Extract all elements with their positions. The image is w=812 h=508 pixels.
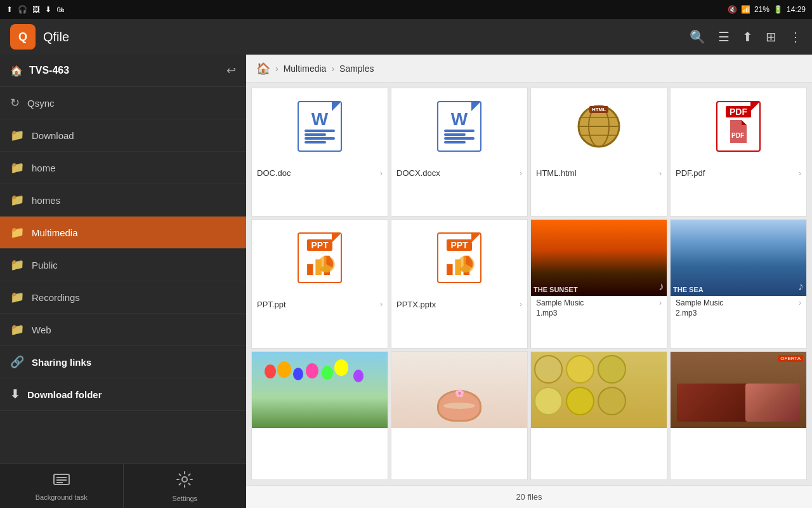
file-item-photo-cookies[interactable]	[530, 351, 667, 480]
status-icons: ⬆ 🎧 🖼 ⬇ 🛍	[6, 5, 64, 14]
breadcrumb: 🏠 › Multimedia › Samples	[246, 55, 812, 83]
doc-icon: W	[298, 101, 342, 152]
file-label-music2: Sample Music 2.mp3 ›	[671, 296, 806, 321]
upload-icon[interactable]: ⬆	[742, 29, 753, 44]
folder-icon: 📁	[10, 128, 24, 142]
headset-icon: 🎧	[18, 5, 27, 14]
file-count: 20 files	[516, 492, 542, 502]
sidebar-item-qsync[interactable]: ↻ Qsync	[0, 87, 246, 119]
sea-thumbnail: THE SEA ♪	[671, 220, 806, 296]
app-logo: Q	[10, 24, 36, 50]
file-item-photo-meat[interactable]: OFERTA	[670, 351, 807, 480]
file-item-music1[interactable]: THE SUNSET ♪ Sample Music 1.mp3 ›	[530, 219, 667, 349]
svg-rect-15	[447, 264, 452, 275]
mute-icon: 🔇	[728, 5, 737, 14]
file-label-pptx: PPTX.pptx ›	[391, 296, 527, 313]
pptx-icon: PPT	[437, 232, 481, 283]
top-bar: Q Qfile 🔍 ☰ ⬆ ⊞ ⋮	[0, 19, 812, 55]
main-area: 🏠 TVS-463 ↩ ↻ Qsync 📁 Download 📁 home	[0, 55, 812, 508]
file-item-pptx[interactable]: PPT	[391, 219, 528, 349]
server-name: 🏠 TVS-463	[10, 65, 69, 77]
app-title: Qfile	[43, 30, 682, 44]
sidebar-item-download-folder[interactable]: ⬇ Download folder	[0, 378, 246, 411]
sidebar-item-home[interactable]: 📁 home	[0, 152, 246, 184]
logout-icon[interactable]: ↩	[226, 64, 236, 77]
sidebar: 🏠 TVS-463 ↩ ↻ Qsync 📁 Download 📁 home	[0, 55, 246, 508]
balloons-thumbnail	[252, 352, 388, 428]
list-view-icon[interactable]: ☰	[718, 29, 730, 44]
shopping-icon: 🛍	[56, 5, 64, 14]
svg-rect-11	[307, 264, 313, 275]
folder-icon: 📁	[10, 161, 24, 175]
ppt-icon: PPT	[298, 232, 342, 283]
meat-thumbnail: OFERTA	[671, 352, 806, 428]
sidebar-item-recordings[interactable]: 📁 Recordings	[0, 281, 246, 314]
svg-point-4	[182, 477, 187, 482]
sidebar-item-homes[interactable]: 📁 homes	[0, 184, 246, 217]
sidebar-header: 🏠 TVS-463 ↩	[0, 55, 246, 87]
folder-icon: 📁	[10, 323, 24, 337]
sidebar-item-download[interactable]: 📁 Download	[0, 119, 246, 152]
status-bar: ⬆ 🎧 🖼 ⬇ 🛍 🔇 📶 21% 🔋 14:29	[0, 0, 812, 19]
link-icon: 🔗	[10, 355, 24, 369]
sidebar-items: ↻ Qsync 📁 Download 📁 home 📁 homes 📁 Mult	[0, 87, 246, 464]
background-task-icon	[53, 472, 70, 491]
clock: 14:29	[787, 5, 806, 14]
cake-thumbnail: 🌸	[391, 352, 527, 428]
home-breadcrumb[interactable]: 🏠	[256, 62, 270, 76]
search-icon[interactable]: 🔍	[690, 29, 705, 44]
docx-icon: W	[437, 101, 481, 152]
settings-icon	[176, 471, 193, 492]
folder-icon: 📁	[10, 258, 24, 272]
sidebar-item-public[interactable]: 📁 Public	[0, 249, 246, 281]
folder-icon: 📁	[10, 225, 24, 239]
svg-text:PDF: PDF	[731, 132, 744, 139]
file-label-pdf: PDF.pdf ›	[671, 164, 806, 182]
grid-view-icon[interactable]: ⊞	[766, 29, 776, 44]
folder-icon: 📁	[10, 290, 24, 304]
file-item-pdf[interactable]: PDF PDF PDF.pdf ›	[670, 88, 807, 217]
status-right: 🔇 📶 21% 🔋 14:29	[728, 5, 806, 14]
file-label-music1: Sample Music 1.mp3 ›	[531, 296, 667, 321]
top-bar-actions: 🔍 ☰ ⬆ ⊞ ⋮	[690, 29, 802, 44]
sunset-thumbnail: THE SUNSET ♪	[531, 220, 667, 296]
sidebar-item-multimedia[interactable]: 📁 Multimedia	[0, 217, 246, 249]
pdf-icon: PDF PDF	[716, 101, 761, 152]
cookies-thumbnail	[531, 352, 667, 428]
folder-icon: 📁	[10, 193, 24, 207]
file-item-music2[interactable]: THE SEA ♪ Sample Music 2.mp3 ›	[670, 219, 807, 349]
sync-icon: ↻	[10, 96, 20, 110]
file-grid: W DOC.doc ›	[246, 83, 812, 485]
settings-button[interactable]: Settings	[124, 464, 247, 508]
battery-icon: 🔋	[773, 5, 783, 14]
file-footer: 20 files	[246, 485, 812, 508]
background-task-button[interactable]: Background task	[0, 464, 124, 508]
file-area: 🏠 › Multimedia › Samples W	[246, 55, 812, 508]
image-icon: 🖼	[32, 5, 40, 14]
home-icon: 🏠	[10, 65, 23, 77]
file-item-doc[interactable]: W DOC.doc ›	[251, 88, 388, 217]
download-icon: ⬇	[45, 5, 51, 14]
file-item-photo-balloons[interactable]	[251, 351, 388, 480]
sidebar-bottom: Background task Settings	[0, 464, 246, 508]
file-item-docx[interactable]: W DOCX.docx ›	[391, 88, 528, 217]
download-folder-icon: ⬇	[10, 387, 20, 401]
file-label-docx: DOCX.docx ›	[391, 164, 527, 182]
file-item-photo-cake[interactable]: 🌸	[391, 351, 528, 480]
file-label-html: HTML.html ›	[531, 164, 667, 182]
file-item-ppt[interactable]: PPT	[251, 219, 388, 349]
battery-level: 21%	[754, 5, 769, 14]
wifi-icon: 📶	[741, 5, 750, 14]
more-options-icon[interactable]: ⋮	[789, 29, 802, 44]
file-label-doc: DOC.doc ›	[252, 164, 388, 182]
file-item-html[interactable]: HTML HTML.html ›	[530, 88, 667, 217]
sidebar-item-web[interactable]: 📁 Web	[0, 314, 246, 346]
file-label-ppt: PPT.ppt ›	[252, 296, 388, 313]
usb-icon: ⬆	[6, 5, 13, 14]
sidebar-item-sharing-links[interactable]: 🔗 Sharing links	[0, 346, 246, 378]
